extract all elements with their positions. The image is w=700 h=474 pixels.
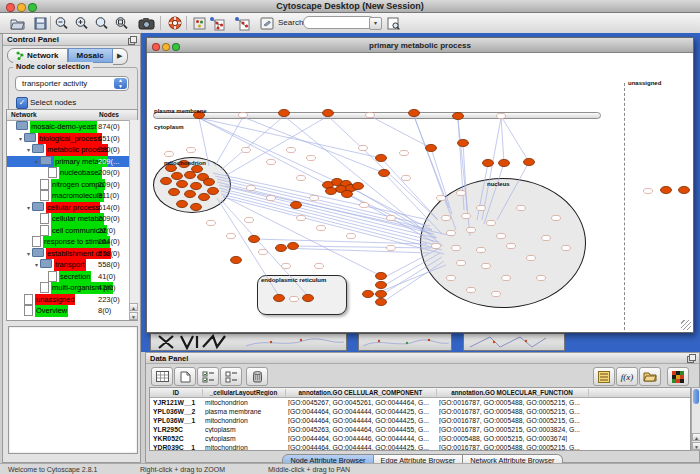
tree-row-establishment-of-lo[interactable]: ▾establishment of lo558(0): [7, 248, 137, 260]
gene-node-small[interactable]: [447, 275, 456, 280]
gene-node[interactable]: [279, 109, 290, 116]
close-frame-button[interactable]: [152, 43, 160, 51]
gene-node-small[interactable]: [487, 220, 496, 225]
table-row[interactable]: YDR039C__1mitochondrion[GO:0044464, GO:0…: [150, 443, 690, 451]
zoom-out-icon[interactable]: [53, 15, 70, 31]
close-window-button[interactable]: [6, 3, 15, 12]
gene-node-small[interactable]: [527, 255, 536, 260]
gene-node-small[interactable]: [207, 220, 216, 225]
gene-node[interactable]: [192, 165, 203, 172]
gene-node[interactable]: [249, 235, 260, 242]
birdseye-view[interactable]: [8, 326, 138, 454]
gene-node[interactable]: [376, 154, 387, 161]
network-canvas[interactable]: plasma membrane cytoplasm mitochondrion …: [147, 53, 693, 332]
help-lifesaver-icon[interactable]: [166, 15, 183, 31]
gene-node[interactable]: [376, 281, 387, 288]
gene-node[interactable]: [303, 294, 314, 301]
gene-node[interactable]: [426, 144, 437, 151]
gene-node-small[interactable]: [462, 213, 471, 218]
column-header[interactable]: ID: [150, 389, 203, 396]
table-row[interactable]: YJR121W__1mitochondrion[GO:0045267, GO:0…: [150, 398, 690, 407]
gene-node-small[interactable]: [477, 247, 486, 252]
gene-node-small[interactable]: [245, 217, 254, 222]
gene-node[interactable]: [231, 256, 242, 263]
save-session-icon[interactable]: [32, 15, 49, 31]
gene-node-small[interactable]: [387, 245, 396, 250]
gene-node[interactable]: [363, 290, 374, 297]
column-header[interactable]: _cellularLayoutRegion: [202, 389, 286, 396]
unselect-attributes-icon[interactable]: [220, 367, 242, 386]
gene-node-small[interactable]: [267, 195, 276, 200]
gene-node-small[interactable]: [247, 185, 256, 190]
snapshot-camera-icon[interactable]: [138, 15, 155, 31]
open-file-icon[interactable]: [9, 15, 26, 31]
gene-node-small[interactable]: [400, 150, 409, 155]
export-network-icon[interactable]: [233, 15, 250, 31]
tab-mosaic[interactable]: Mosaic: [68, 48, 113, 63]
column-header[interactable]: annotation.GO CELLULAR_COMPONENT: [285, 389, 437, 396]
gene-node-small[interactable]: [457, 260, 466, 265]
gene-node-small[interactable]: [517, 205, 526, 210]
cytopanel-icon[interactable]: [191, 15, 208, 31]
gene-node[interactable]: [172, 172, 183, 179]
gene-node[interactable]: [458, 139, 469, 146]
search-filter-icon[interactable]: [385, 15, 402, 31]
minimize-window-button[interactable]: [17, 3, 26, 12]
gene-node-small[interactable]: [267, 159, 276, 164]
gene-node[interactable]: [276, 244, 287, 251]
search-options-dropdown[interactable]: ▾: [369, 17, 382, 30]
scroll-down-icon[interactable]: ▼: [692, 442, 700, 450]
gene-node-small[interactable]: [287, 147, 296, 152]
gene-node[interactable]: [185, 190, 196, 197]
gene-node[interactable]: [376, 290, 387, 297]
tree-row-multi-organism-pro[interactable]: multi-organism pro42(0): [7, 282, 137, 294]
tree-row-metabolic-process[interactable]: ▾metabolic process280(0): [7, 144, 137, 156]
gene-node-small[interactable]: [497, 113, 506, 118]
gene-node-small[interactable]: [310, 195, 319, 200]
gene-node[interactable]: [483, 159, 494, 166]
gene-node-small[interactable]: [315, 263, 324, 268]
float-panel-icon[interactable]: [687, 354, 696, 363]
table-row[interactable]: YPL036W__1mitochondrion[GO:0044464, GO:0…: [150, 416, 690, 425]
minimize-frame-button[interactable]: [162, 43, 170, 51]
gene-node-small[interactable]: [282, 263, 291, 268]
gene-node-small[interactable]: [359, 145, 368, 150]
background-window[interactable]: [150, 333, 347, 351]
zoom-frame-button[interactable]: [172, 43, 180, 51]
search-input[interactable]: [303, 16, 375, 29]
gene-node-small[interactable]: [477, 205, 486, 210]
gene-node-small[interactable]: [366, 112, 375, 117]
tree-row-response-to-stimulu[interactable]: response to stimulu264(0): [7, 236, 137, 248]
gene-node-small[interactable]: [432, 243, 441, 248]
gene-node-small[interactable]: [387, 215, 396, 220]
new-attribute-icon[interactable]: [174, 367, 196, 386]
gene-node[interactable]: [353, 182, 364, 189]
gene-node-small[interactable]: [537, 275, 546, 280]
gene-node-small[interactable]: [259, 249, 268, 254]
background-window[interactable]: [358, 333, 452, 351]
gene-node-small[interactable]: [307, 155, 316, 160]
tree-row-nitrogen-compo[interactable]: nitrogen compo209(0): [7, 179, 137, 191]
tree-row-overview[interactable]: Overview8(0): [7, 305, 137, 317]
gene-node[interactable]: [326, 187, 337, 194]
gene-node[interactable]: [291, 201, 302, 208]
column-header[interactable]: annotation.GO MOLECULAR_FUNCTION: [436, 389, 589, 396]
gene-node[interactable]: [185, 171, 196, 178]
gene-node[interactable]: [177, 180, 188, 187]
zoom-selected-icon[interactable]: [113, 15, 130, 31]
gene-node-small[interactable]: [297, 215, 306, 220]
gene-node-small[interactable]: [447, 230, 456, 235]
scrollbar-thumb[interactable]: [693, 389, 699, 404]
gene-node-small[interactable]: [239, 112, 248, 117]
background-window[interactable]: [463, 333, 565, 351]
gene-node-small[interactable]: [360, 202, 369, 207]
zoom-window-button[interactable]: [28, 3, 37, 12]
gene-node-small[interactable]: [552, 215, 561, 220]
attribute-grid-icon[interactable]: [151, 367, 173, 386]
gene-node-small[interactable]: [502, 275, 511, 280]
scroll-up-icon[interactable]: ▲: [129, 303, 138, 311]
gene-node[interactable]: [204, 178, 215, 185]
gene-node-small[interactable]: [644, 188, 653, 193]
tree-row-mosaic-demo-yeast[interactable]: mosaic-demo-yeast874(0): [7, 121, 137, 133]
gene-node-small[interactable]: [562, 245, 571, 250]
